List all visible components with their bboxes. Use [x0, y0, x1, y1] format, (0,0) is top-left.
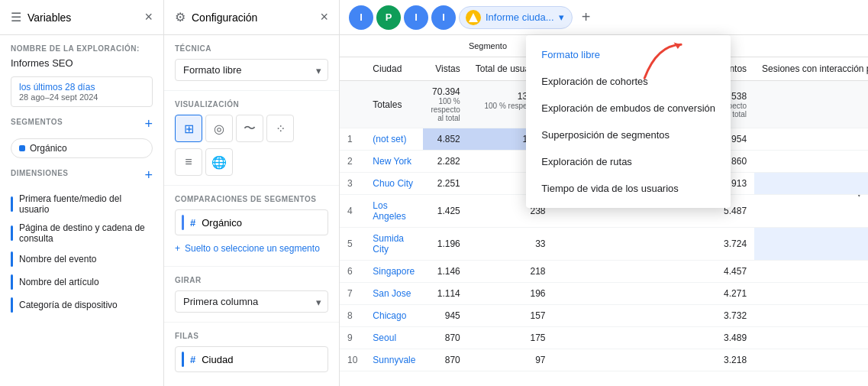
viz-label: VISUALIZACIÓN [175, 100, 328, 109]
row-city: Chuo City [365, 173, 423, 195]
row-usuarios: 157 [468, 305, 553, 327]
exploration-name: Informes SEO [11, 57, 153, 69]
tecnica-label: TÉCNICA [175, 44, 328, 53]
config-header: ⚙ Configuración × [164, 0, 339, 35]
row-vistas2 [553, 349, 594, 371]
tab-i3-button[interactable]: I [431, 5, 456, 30]
comparacion-item: # Orgánico [175, 209, 328, 235]
active-tab-label: Informe ciuda... [486, 11, 554, 23]
viz-table-button[interactable]: ⊞ [175, 115, 202, 142]
viz-button-group: ⊞ ◎ 〜 ⁘ [175, 115, 328, 142]
config-icon: ⚙ [175, 10, 186, 24]
date-range-button[interactable]: los últimos 28 días 28 ago–24 sept 2024 … [11, 76, 153, 107]
row-vistas: 1.146 [423, 261, 467, 283]
add-tab-button[interactable]: + [576, 7, 597, 28]
dropdown-item-3[interactable]: Exploración de embudos de conversión [526, 95, 731, 122]
viz-donut-button[interactable]: ◎ [205, 115, 233, 142]
row-eventos: 3.724 [679, 228, 754, 261]
row-usuarios2 [594, 261, 679, 283]
row-num: 4 [340, 195, 365, 228]
dropdown-item-5[interactable]: Exploración de rutas [526, 148, 731, 175]
row-vistas: 1.196 [423, 228, 467, 261]
row-usuarios: 33 [468, 228, 553, 261]
dimension-item-2: Página de destino y cadena de consulta [11, 219, 153, 248]
row-vistas: 945 [423, 305, 467, 327]
comparaciones-label: COMPARACIONES DE SEGMENTOS [175, 195, 328, 203]
row-num: 8 [340, 305, 365, 327]
viz-line-button[interactable]: 〜 [236, 115, 263, 142]
filas-item: # Ciudad [175, 346, 328, 372]
dropdown-item-2[interactable]: Exploración de cohortes [526, 68, 731, 95]
girar-select[interactable]: Primera columna ▾ [175, 290, 328, 313]
row-vistas: 1.425 [423, 195, 467, 228]
viz-row2: ≡ 🌐 [175, 148, 328, 176]
row-city: Los Angeles [365, 195, 423, 228]
girar-section: GIRAR Primera columna ▾ [164, 267, 339, 323]
comp-hash-icon: # [190, 217, 195, 229]
dimension-label-5: Categoría de dispositivo [19, 300, 118, 310]
row-sesiones: 1,16 [754, 305, 868, 327]
add-dimension-button[interactable]: + [144, 167, 153, 183]
active-tab-arrow-icon: ▾ [559, 11, 564, 23]
row-usuarios2 [594, 327, 679, 349]
config-close-button[interactable]: × [320, 9, 328, 25]
dropdown-item-1[interactable]: Formato libre [526, 41, 731, 68]
filas-label: FILAS [175, 332, 328, 340]
segments-header: SEGMENTOS + [11, 116, 153, 132]
filas-hash-icon: # [190, 354, 195, 365]
row-vistas2 [553, 327, 594, 349]
row-vistas: 2.251 [423, 173, 467, 195]
row-vistas2 [553, 283, 594, 305]
row-city: (not set) [365, 128, 423, 151]
add-segment-button[interactable]: + [144, 116, 153, 132]
row-city: Seoul [365, 327, 423, 349]
main-area: I P I I Informe ciuda... ▾ + Formato lib… [340, 0, 868, 386]
segments-label: SEGMENTOS [11, 118, 63, 126]
viz-globe-button[interactable]: 🌐 [205, 148, 233, 176]
row-num: 3 [340, 173, 365, 195]
totals-vistas: 70.394 100 % respecto al total [423, 81, 467, 128]
exploration-section: NOMBRE DE LA EXPLORACIÓN: Informes SEO l… [0, 35, 163, 326]
table-row: 5 Sumida City 1.196 33 3.724 3,72 [340, 228, 868, 261]
dim-bar-icon-2 [11, 225, 13, 241]
variables-header-left: ☰ Variables [11, 10, 71, 24]
dimension-label-2: Página de destino y cadena de consulta [19, 222, 153, 244]
filas-section: FILAS # Ciudad [164, 323, 339, 386]
dropdown-item-4[interactable]: Superposición de segmentos [526, 122, 731, 148]
row-vistas2 [553, 305, 594, 327]
totals-label: Totales [365, 81, 423, 128]
row-sesiones: 3,55 [754, 173, 868, 195]
tecnica-value: Formato libre [183, 64, 242, 76]
row-sesiones: 1,2 [754, 195, 868, 228]
row-eventos: 3.489 [679, 327, 754, 349]
col-num-header [340, 57, 365, 81]
row-city: New York [365, 151, 423, 173]
tab-p1-button[interactable]: P [376, 5, 401, 30]
tecnica-select[interactable]: Formato libre ▾ [175, 59, 328, 81]
variables-panel: ☰ Variables × NOMBRE DE LA EXPLORACIÓN: … [0, 0, 164, 386]
row-usuarios: 218 [468, 261, 553, 283]
add-segment-label: Suelto o seleccione un segmento [185, 243, 320, 254]
row-city: Chicago [365, 305, 423, 327]
filas-bar-icon [182, 352, 184, 367]
tab-i1-button[interactable]: I [349, 5, 373, 30]
dim-bar-icon-4 [11, 274, 13, 290]
dim-bar-icon-5 [11, 297, 13, 313]
segment-color-dot [19, 145, 25, 151]
svg-marker-0 [469, 13, 478, 22]
dropdown-item-6[interactable]: Tiempo de vida de los usuarios [526, 175, 731, 202]
row-num: 6 [340, 261, 365, 283]
config-panel: ⚙ Configuración × TÉCNICA Formato libre … [164, 0, 340, 386]
viz-scatter-button[interactable]: ⁘ [266, 115, 294, 142]
active-tab-button[interactable]: Informe ciuda... ▾ [459, 6, 573, 29]
variables-close-button[interactable]: × [144, 9, 153, 25]
dimension-label-1: Primera fuente/medio del usuario [19, 193, 153, 215]
col-segment-header [340, 35, 423, 57]
viz-filter-button[interactable]: ≡ [175, 148, 202, 176]
tab-i2-button[interactable]: I [404, 5, 428, 30]
tabs-bar: I P I I Informe ciuda... ▾ + [340, 0, 868, 35]
row-city: Singapore [365, 261, 423, 283]
row-city: Sunnyvale [365, 349, 423, 371]
exploration-label: NOMBRE DE LA EXPLORACIÓN: [11, 44, 153, 53]
add-segment-button-config[interactable]: + Suelto o seleccione un segmento [175, 240, 320, 257]
